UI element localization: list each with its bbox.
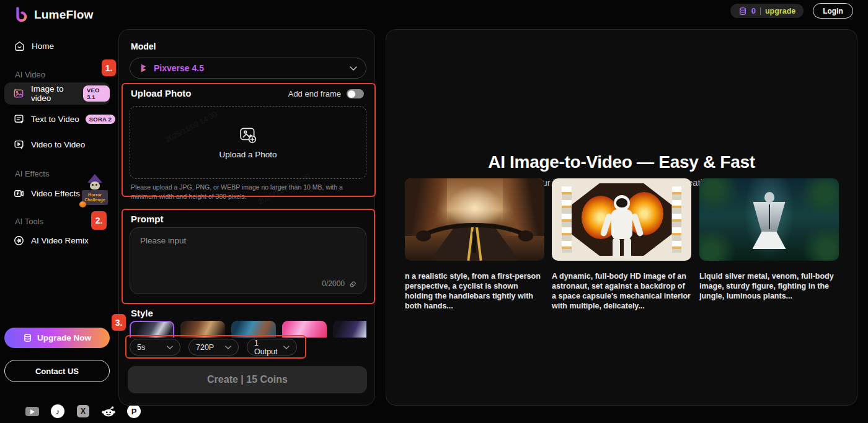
style-thumb-selected[interactable] — [130, 321, 174, 338]
video-to-video-icon — [13, 139, 25, 150]
preview-panel: AI Image-to-Video — Easy & Fast Bring yo… — [386, 29, 857, 406]
youtube-icon[interactable] — [25, 404, 40, 419]
app-window: LumeFlow 0 upgrade Login Home AI Video — [0, 0, 868, 423]
sidebar-item-label: Video to Video — [31, 140, 85, 149]
section-label-ai-video: AI Video — [15, 70, 45, 79]
end-frame-toggle[interactable] — [347, 89, 364, 98]
prompt-counter-row: 0/2000 — [322, 279, 357, 288]
annotation-step-2: 2. — [91, 211, 107, 230]
video-effects-icon — [13, 188, 25, 199]
end-frame-row: Add end frame — [288, 89, 364, 98]
pumpkin-icon — [79, 201, 86, 207]
upgrade-now-button[interactable]: Upgrade Now — [4, 328, 110, 348]
lumeflow-logo-icon — [12, 6, 29, 23]
eraser-icon[interactable] — [348, 279, 357, 288]
style-thumb[interactable] — [282, 321, 327, 338]
chevron-down-icon — [350, 66, 357, 71]
coins-icon — [738, 7, 747, 15]
style-thumb[interactable] — [180, 321, 225, 338]
text-to-video-icon — [13, 113, 25, 125]
sidebar-item-home[interactable]: Home — [14, 40, 54, 52]
example-image-astronaut[interactable] — [552, 178, 691, 261]
annotation-step-3: 3. — [112, 314, 126, 331]
sidebar-item-image-to-video[interactable]: Image to video VEO 3.1 — [4, 82, 110, 105]
composer-panel: 2025/11/03 14:30 2025/11/03 14:30 2025/1… — [118, 29, 375, 406]
prompt-counter: 0/2000 — [322, 279, 345, 288]
end-frame-label: Add end frame — [288, 89, 341, 98]
style-title: Style — [131, 308, 153, 318]
upload-photo-icon — [239, 126, 257, 144]
example-image-cyclist[interactable] — [405, 178, 544, 261]
output-count-value: 1 Output — [254, 339, 283, 356]
contact-us-button[interactable]: Contact US — [4, 360, 110, 382]
model-value: Pixverse 4.5 — [154, 63, 344, 73]
chevron-down-icon — [167, 346, 173, 349]
example-caption: A dynamic, full-body HD image of an astr… — [552, 271, 691, 311]
preview-title: AI Image-to-Video — Easy & Fast — [386, 152, 857, 172]
model-select[interactable]: Pixverse 4.5 — [130, 58, 366, 79]
output-count-select[interactable]: 1 Output — [247, 339, 297, 355]
x-icon[interactable]: X — [76, 404, 91, 419]
coins-icon — [23, 333, 32, 342]
sidebar-item-label: Home — [32, 41, 54, 51]
prompt-input[interactable] — [130, 228, 366, 275]
coin-count: 0 — [751, 6, 756, 15]
tiktok-icon[interactable]: ♪ — [50, 404, 65, 419]
style-thumb[interactable] — [231, 321, 276, 338]
prompt-box: 0/2000 — [130, 227, 366, 294]
brand-name: LumeFlow — [34, 8, 94, 22]
veo-badge: VEO 3.1 — [83, 85, 110, 102]
sidebar-item-label: AI Video Remix — [31, 236, 89, 245]
section-label-ai-effects: AI Effects — [15, 169, 49, 178]
upload-cta-label: Upload a Photo — [219, 150, 277, 159]
sidebar-item-label: Image to video — [31, 84, 77, 103]
model-label: Model — [131, 41, 156, 51]
create-button[interactable]: Create | 15 Coins — [128, 366, 367, 393]
section-label-ai-tools: AI Tools — [15, 217, 43, 226]
horror-challenge-promo[interactable]: Horror Challenge — [79, 174, 110, 210]
chevron-down-icon — [225, 346, 231, 349]
pixverse-logo-icon — [139, 63, 148, 73]
example-caption: n a realistic style, from a first-person… — [405, 271, 544, 311]
reddit-icon[interactable] — [101, 404, 116, 419]
style-thumbnails — [130, 321, 366, 338]
sora-badge: SORA 2 — [86, 115, 115, 124]
coin-balance-pill[interactable]: 0 upgrade — [730, 4, 804, 18]
sidebar-item-ai-video-remix[interactable]: AI Video Remix — [13, 235, 89, 246]
pill-divider — [760, 7, 761, 15]
upload-note: Please upload a JPG, PNG, or WEBP image … — [131, 183, 366, 201]
upload-dropzone[interactable]: Upload a Photo — [130, 106, 366, 179]
style-thumb[interactable] — [333, 321, 366, 338]
ai-video-remix-icon — [13, 235, 25, 246]
example-caption: Liquid silver metal, venom, full-body im… — [699, 271, 839, 301]
upgrade-now-label: Upgrade Now — [37, 333, 91, 342]
duration-select[interactable]: 5s — [130, 339, 180, 355]
skull-icon — [90, 181, 100, 190]
home-icon — [14, 40, 25, 52]
upload-photo-title: Upload Photo — [131, 88, 192, 98]
duration-value: 5s — [137, 343, 145, 352]
login-button[interactable]: Login — [813, 3, 853, 19]
sidebar-item-label: Video Effects — [31, 189, 80, 198]
sidebar-item-video-to-video[interactable]: Video to Video — [13, 139, 85, 150]
prompt-title: Prompt — [131, 214, 164, 224]
image-to-video-icon — [12, 87, 25, 100]
brand: LumeFlow — [12, 6, 94, 23]
resolution-value: 720P — [196, 343, 214, 352]
annotation-step-1: 1. — [102, 59, 116, 76]
sidebar-item-video-effects[interactable]: Video Effects — [13, 188, 80, 199]
social-links: ♪ X P — [25, 404, 141, 419]
upgrade-link[interactable]: upgrade — [765, 7, 795, 15]
resolution-select[interactable]: 720P — [188, 339, 239, 355]
example-image-venom[interactable] — [699, 178, 839, 261]
sidebar-item-label: Text to Video — [31, 115, 79, 124]
producthunt-icon[interactable]: P — [126, 404, 141, 419]
sidebar-item-text-to-video[interactable]: Text to Video SORA 2 — [13, 113, 115, 125]
chevron-down-icon — [283, 346, 290, 349]
